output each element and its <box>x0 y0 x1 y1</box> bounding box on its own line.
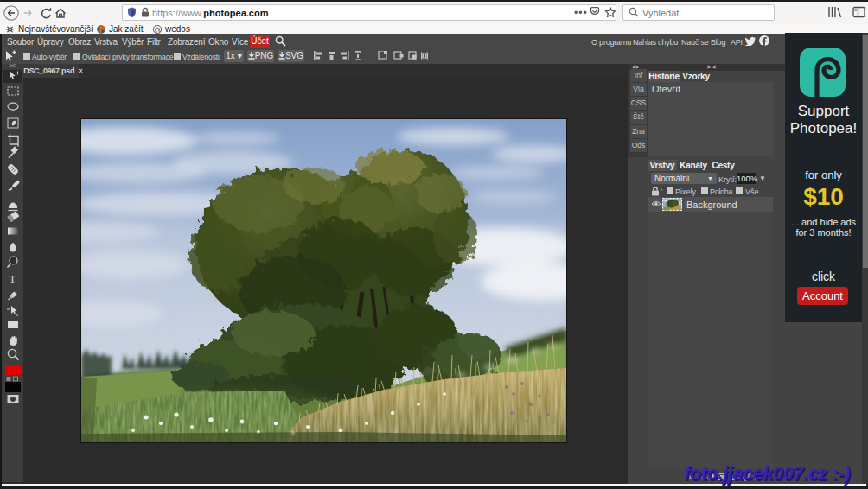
svg-text:><: >< <box>9 62 16 68</box>
svg-text:T: T <box>10 272 16 285</box>
